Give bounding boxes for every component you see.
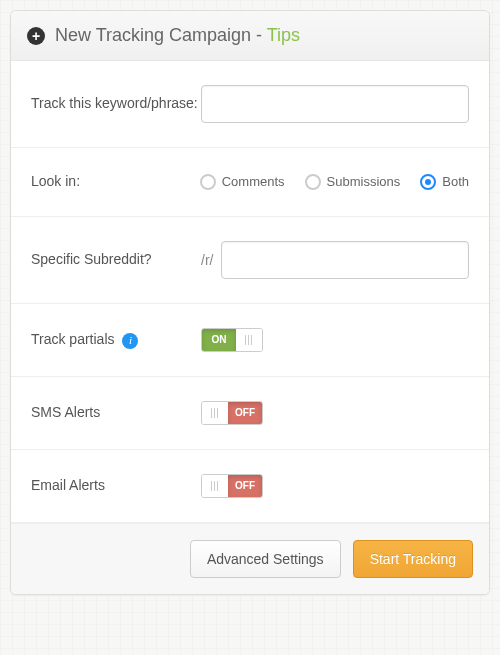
lookin-radio-group: Comments Submissions Both bbox=[200, 174, 469, 190]
lookin-label: Look in: bbox=[31, 172, 200, 192]
toggle-off-label: OFF bbox=[228, 402, 262, 424]
partials-toggle[interactable]: ON bbox=[201, 328, 263, 352]
toggle-handle-icon bbox=[202, 402, 228, 424]
row-sms: SMS Alerts OFF bbox=[11, 377, 489, 450]
panel-title: New Tracking Campaign - Tips bbox=[55, 25, 300, 46]
panel-footer: Advanced Settings Start Tracking bbox=[11, 523, 489, 594]
radio-submissions[interactable]: Submissions bbox=[305, 174, 401, 190]
sms-toggle[interactable]: OFF bbox=[201, 401, 263, 425]
radio-icon bbox=[305, 174, 321, 190]
radio-both[interactable]: Both bbox=[420, 174, 469, 190]
toggle-handle-icon bbox=[236, 329, 262, 351]
subreddit-input[interactable] bbox=[221, 241, 469, 279]
plus-icon: + bbox=[27, 27, 45, 45]
radio-comments[interactable]: Comments bbox=[200, 174, 285, 190]
radio-icon bbox=[200, 174, 216, 190]
subreddit-label: Specific Subreddit? bbox=[31, 250, 201, 270]
toggle-off-label: OFF bbox=[228, 475, 262, 497]
partials-label: Track partials i bbox=[31, 330, 201, 350]
row-partials: Track partials i ON bbox=[11, 304, 489, 377]
email-label: Email Alerts bbox=[31, 476, 201, 496]
email-toggle[interactable]: OFF bbox=[201, 474, 263, 498]
toggle-on-label: ON bbox=[202, 329, 236, 351]
radio-label: Submissions bbox=[327, 174, 401, 189]
info-icon[interactable]: i bbox=[122, 333, 138, 349]
toggle-handle-icon bbox=[202, 475, 228, 497]
title-tips-link[interactable]: Tips bbox=[267, 25, 300, 45]
keyword-input[interactable] bbox=[201, 85, 469, 123]
sms-label: SMS Alerts bbox=[31, 403, 201, 423]
panel-header: + New Tracking Campaign - Tips bbox=[11, 11, 489, 61]
row-subreddit: Specific Subreddit? /r/ bbox=[11, 217, 489, 304]
campaign-panel: + New Tracking Campaign - Tips Track thi… bbox=[10, 10, 490, 595]
start-tracking-button[interactable]: Start Tracking bbox=[353, 540, 473, 578]
radio-label: Both bbox=[442, 174, 469, 189]
row-email: Email Alerts OFF bbox=[11, 450, 489, 523]
radio-icon bbox=[420, 174, 436, 190]
row-keyword: Track this keyword/phrase: bbox=[11, 61, 489, 148]
keyword-label: Track this keyword/phrase: bbox=[31, 94, 201, 114]
advanced-settings-button[interactable]: Advanced Settings bbox=[190, 540, 341, 578]
row-lookin: Look in: Comments Submissions Both bbox=[11, 148, 489, 217]
subreddit-prefix: /r/ bbox=[201, 252, 213, 268]
title-main: New Tracking Campaign - bbox=[55, 25, 267, 45]
radio-label: Comments bbox=[222, 174, 285, 189]
